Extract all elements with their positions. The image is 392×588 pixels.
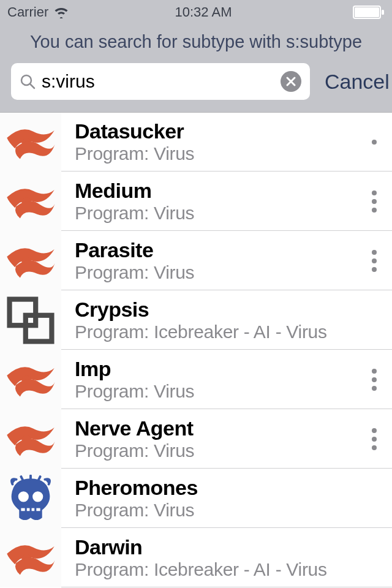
svg-rect-13 — [29, 506, 31, 513]
status-time: 10:32 AM — [7, 4, 392, 20]
status-bar: 10:32 AM Carrier — [0, 0, 392, 24]
list-item[interactable]: Datasucker Program: Virus — [0, 112, 392, 172]
shaper-icon — [0, 290, 61, 350]
anarch-icon — [0, 350, 61, 409]
list-item[interactable]: Imp Program: Virus — [0, 350, 392, 409]
card-title: Parasite — [75, 238, 368, 262]
list-item[interactable]: Medium Program: Virus — [0, 172, 392, 231]
anarch-icon — [0, 409, 61, 469]
anarch-icon — [0, 231, 61, 290]
card-title: Nerve Agent — [75, 417, 368, 440]
list-item[interactable]: Crypsis Program: Icebreaker - AI - Virus — [0, 290, 392, 350]
card-title: Darwin — [75, 535, 368, 559]
search-hint: You can search for subtype with s:subtyp… — [0, 24, 392, 63]
card-title: Imp — [75, 357, 368, 381]
card-title: Medium — [75, 179, 368, 203]
svg-rect-7 — [10, 299, 36, 325]
anarch-icon — [0, 112, 61, 172]
influence-dots — [368, 140, 392, 145]
svg-line-4 — [30, 84, 34, 88]
results-list: Datasucker Program: Virus Medium Program… — [0, 112, 392, 587]
list-item[interactable]: Nerve Agent Program: Virus — [0, 409, 392, 469]
list-item[interactable]: Pheromones Program: Virus — [0, 469, 392, 528]
influence-dots — [368, 190, 392, 213]
search-icon — [20, 74, 36, 89]
anarch-icon — [0, 528, 61, 587]
card-subtitle: Program: Virus — [75, 262, 368, 284]
influence-dots — [368, 428, 392, 450]
card-subtitle: Program: Virus — [75, 500, 368, 521]
card-subtitle: Program: Virus — [75, 440, 368, 462]
svg-rect-12 — [25, 506, 27, 513]
influence-dots — [368, 369, 392, 391]
criminal-icon — [0, 469, 61, 528]
card-subtitle: Program: Virus — [75, 143, 368, 165]
search-input[interactable] — [42, 71, 274, 92]
svg-rect-8 — [26, 315, 52, 341]
search-row: Cancel — [0, 63, 392, 112]
card-subtitle: Program: Icebreaker - AI - Virus — [75, 559, 368, 581]
card-title: Pheromones — [75, 476, 368, 500]
card-title: Crypsis — [75, 298, 368, 322]
search-field[interactable] — [11, 63, 310, 100]
card-title: Datasucker — [75, 119, 368, 143]
svg-point-10 — [32, 491, 43, 502]
clear-icon[interactable] — [281, 71, 301, 92]
influence-dots — [368, 250, 392, 272]
card-subtitle: Program: Virus — [75, 381, 368, 402]
list-item[interactable]: Darwin Program: Icebreaker - AI - Virus — [0, 528, 392, 587]
card-subtitle: Program: Icebreaker - AI - Virus — [75, 322, 368, 343]
anarch-icon — [0, 172, 61, 231]
cancel-button[interactable]: Cancel — [325, 70, 390, 94]
svg-rect-14 — [34, 506, 36, 513]
svg-point-9 — [18, 491, 29, 502]
card-subtitle: Program: Virus — [75, 203, 368, 224]
list-item[interactable]: Parasite Program: Virus — [0, 231, 392, 290]
